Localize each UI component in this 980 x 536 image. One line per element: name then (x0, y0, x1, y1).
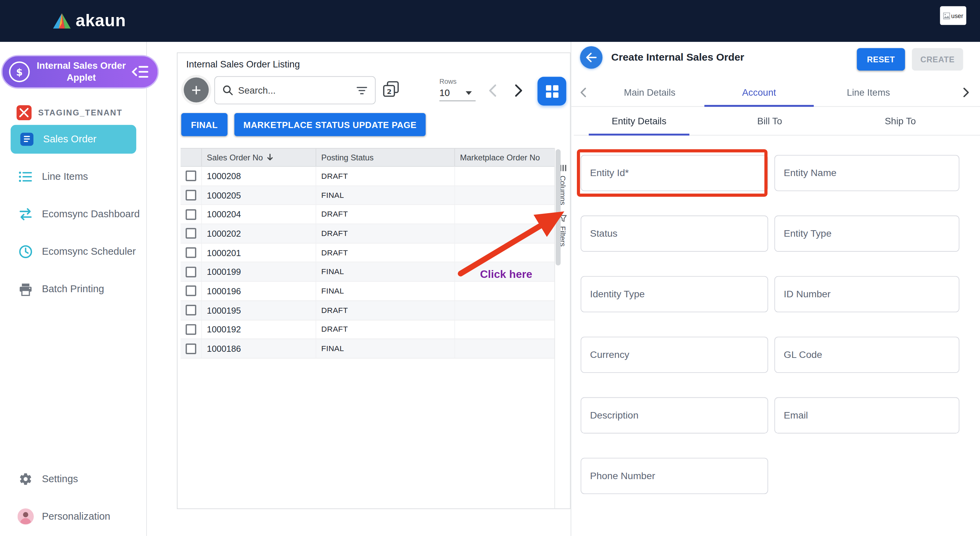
form-field[interactable]: Entity Id* (581, 155, 768, 191)
row-checkbox[interactable] (186, 286, 196, 296)
sidebar-item[interactable]: Batch Printing (0, 270, 147, 308)
tabs-scroll-right-button[interactable] (951, 87, 980, 97)
back-button[interactable] (580, 46, 603, 69)
subtab[interactable]: Entity Details (574, 116, 704, 126)
field-label: Entity Id* (590, 168, 629, 179)
form-field[interactable]: Email (775, 397, 959, 433)
column-header-marketplace-order-no[interactable]: Marketplace Order No (455, 149, 554, 166)
table-row[interactable]: 1000199 FINAL (181, 263, 554, 282)
marketplace-status-update-button[interactable]: MARKETPLACE STATUS UPDATE PAGE (234, 113, 426, 136)
field-label: ID Number (784, 289, 830, 300)
row-checkbox[interactable] (186, 343, 196, 354)
table-row[interactable]: 1000192 DRAFT (181, 320, 554, 339)
form-field[interactable]: Currency (581, 337, 768, 373)
broken-image-icon (943, 12, 950, 19)
row-checkbox[interactable] (186, 171, 196, 181)
stage: akaun user $ Internal Sales Order Applet… (0, 0, 980, 536)
table-row[interactable]: 1000201 DRAFT (181, 244, 554, 263)
row-checkbox[interactable] (186, 228, 196, 239)
table-body: 1000208 DRAFT 1000205 FINAL 1000204 DRAF… (181, 167, 554, 358)
tabs-scroll-left-button[interactable] (571, 87, 595, 97)
table-row[interactable]: 1000205 FINAL (181, 186, 554, 205)
avatar-icon (18, 508, 34, 525)
sidebar-footer-item[interactable]: Settings (0, 460, 147, 498)
posting-status-cell: DRAFT (316, 320, 455, 338)
add-order-button[interactable]: + (184, 77, 208, 102)
back-arrow-icon (586, 52, 597, 62)
row-checkbox[interactable] (186, 247, 196, 258)
rows-label: Rows (439, 77, 477, 85)
sidebar-item[interactable]: Line Items (0, 158, 147, 195)
subtab-label: Entity Details (612, 116, 667, 126)
grid-view-button[interactable] (538, 77, 566, 106)
subtab-label: Bill To (757, 116, 782, 126)
svg-text:$: $ (16, 67, 22, 78)
table-row[interactable]: 1000196 FINAL (181, 282, 554, 301)
clock-icon (18, 245, 34, 258)
applet-header[interactable]: $ Internal Sales Order Applet (2, 55, 159, 89)
row-checkbox[interactable] (186, 266, 196, 277)
search-input[interactable] (238, 85, 351, 95)
tabs-list: Main DetailsAccountLine Items (595, 87, 923, 97)
tab[interactable]: Account (704, 87, 814, 97)
sidebar-item-label: Line Items (42, 171, 88, 182)
form-field[interactable]: Status (581, 216, 768, 252)
column-header-sales-order-no[interactable]: Sales Order No (202, 149, 316, 166)
field-label: Email (784, 410, 808, 421)
tab-label: Line Items (847, 87, 890, 97)
marketplace-order-no-cell (455, 167, 554, 185)
table-scrollbar[interactable] (556, 149, 561, 265)
sidebar: $ Internal Sales Order Applet STAGING_TE… (0, 42, 147, 536)
pagination-prev-button[interactable] (488, 84, 496, 99)
sidebar-item[interactable]: Sales Order (11, 125, 136, 154)
row-checkbox[interactable] (186, 324, 196, 335)
pages-icon[interactable]: 2 (383, 81, 400, 100)
subtab[interactable]: Bill To (704, 116, 835, 126)
pagination-next-button[interactable] (515, 84, 522, 99)
field-label: Currency (590, 349, 629, 360)
row-checkbox[interactable] (186, 305, 196, 316)
posting-status-cell: DRAFT (316, 244, 455, 262)
row-checkbox[interactable] (186, 209, 196, 220)
form-field[interactable]: GL Code (775, 337, 959, 373)
sidebar-collapse-icon[interactable] (131, 65, 149, 79)
column-header-posting-status[interactable]: Posting Status (316, 149, 455, 166)
table-row[interactable]: 1000195 DRAFT (181, 301, 554, 320)
form-field[interactable]: ID Number (775, 276, 959, 312)
sidebar-item[interactable]: Ecomsync Dashboard (0, 195, 147, 233)
create-button[interactable]: CREATE (912, 48, 963, 70)
table-row[interactable]: 1000204 DRAFT (181, 205, 554, 224)
select-all-cell (181, 149, 202, 166)
tab[interactable]: Line Items (814, 87, 923, 97)
tab[interactable]: Main Details (595, 87, 704, 97)
table-row[interactable]: 1000186 FINAL (181, 339, 554, 358)
row-checkbox[interactable] (186, 190, 196, 201)
tab-label: Account (742, 87, 776, 97)
listing-title: Internal Sales Order Listing (186, 59, 300, 69)
form-field[interactable]: Description (581, 397, 768, 433)
sidebar-item[interactable]: Ecomsync Scheduler (0, 233, 147, 270)
form-field[interactable]: Identity Type (581, 276, 768, 312)
table-row[interactable]: 1000202 DRAFT (181, 224, 554, 244)
subtab[interactable]: Ship To (835, 116, 965, 126)
field-label: Status (590, 228, 617, 239)
sidebar-footer-item[interactable]: Personalization (0, 498, 147, 535)
tenant-label: STAGING_TENANT (38, 108, 123, 117)
filter-list-icon[interactable] (356, 86, 368, 95)
form-field[interactable]: Entity Type (775, 216, 959, 252)
form-field[interactable]: Entity Name (775, 155, 959, 191)
form-field[interactable]: Phone Number (581, 458, 768, 494)
create-order-panel: Create Internal Sales Order RESET CREATE… (571, 42, 980, 536)
posting-status-cell: FINAL (316, 282, 455, 300)
table-row[interactable]: 1000208 DRAFT (181, 167, 554, 186)
active-subtab-underline (589, 134, 689, 136)
posting-status-cell: FINAL (316, 186, 455, 204)
user-avatar[interactable]: user (940, 6, 966, 25)
viewport: akaun user $ Internal Sales Order Applet… (0, 0, 980, 536)
final-filter-button[interactable]: FINAL (181, 113, 228, 136)
reset-button[interactable]: RESET (857, 48, 905, 70)
marketplace-order-no-cell (455, 244, 554, 262)
rows-value: 10 (439, 87, 450, 98)
sort-desc-icon[interactable] (266, 154, 273, 161)
rows-per-page-select[interactable]: Rows 10 (439, 77, 477, 101)
